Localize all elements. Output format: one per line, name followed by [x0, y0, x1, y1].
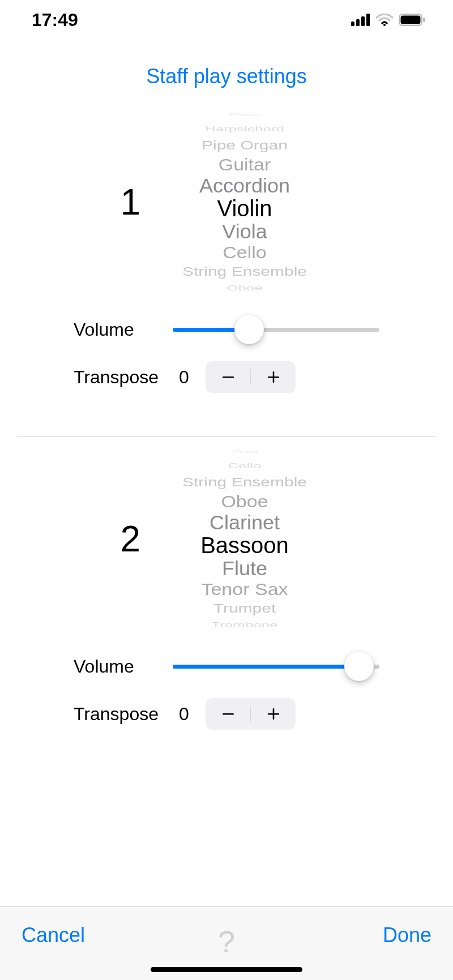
svg-rect-3 [366, 14, 370, 26]
transpose-row-2: Transpose 0 [74, 697, 379, 731]
cancel-button[interactable]: Cancel [22, 923, 85, 947]
volume-label: Volume [74, 319, 173, 340]
svg-rect-2 [361, 16, 365, 26]
picker-item[interactable]: Cello [223, 243, 266, 261]
stepper-minus-button[interactable] [206, 698, 250, 730]
picker-item[interactable]: String Ensemble [182, 476, 307, 489]
picker-item[interactable]: Guitar [219, 156, 271, 173]
picker-track: Piano Harpsichord Pipe Organ Guitar Acco… [160, 108, 330, 296]
volume-slider-1[interactable] [173, 315, 379, 344]
picker-row-1: 1 Piano Harpsichord Pipe Organ Guitar Ac… [0, 109, 453, 296]
stepper-plus-button[interactable] [251, 698, 296, 730]
transpose-label: Transpose [74, 704, 173, 725]
transpose-stepper-2 [206, 698, 296, 730]
picker-track: Viola Cello String Ensemble Oboe Clarine… [160, 445, 330, 633]
staff-number: 2 [101, 518, 140, 560]
transpose-value: 0 [173, 704, 195, 725]
plus-icon [266, 369, 281, 385]
picker-item[interactable]: Tenor Sax [201, 580, 288, 598]
svg-rect-13 [272, 708, 274, 720]
status-bar: 17:49 [0, 0, 453, 40]
svg-rect-11 [223, 713, 234, 715]
slider-track-fill [173, 665, 359, 669]
staff-2-controls: Volume Transpose 0 [0, 649, 453, 731]
transpose-value: 0 [173, 367, 195, 388]
picker-item[interactable]: Viola [231, 450, 259, 453]
picker-item[interactable]: Clarinet [210, 512, 280, 533]
svg-rect-1 [356, 19, 360, 26]
transpose-stepper-1 [206, 361, 296, 393]
transpose-label: Transpose [74, 367, 173, 388]
minus-icon [220, 706, 236, 722]
cellular-icon [351, 14, 370, 26]
picker-item[interactable]: Viola [222, 221, 267, 242]
picker-item[interactable]: Trumpet [213, 602, 276, 615]
battery-icon [399, 14, 426, 26]
home-indicator[interactable] [151, 967, 302, 972]
instrument-picker-2[interactable]: Viola Cello String Ensemble Oboe Clarine… [160, 454, 330, 624]
picker-item[interactable]: Pipe Organ [202, 139, 288, 152]
staff-section-2: 2 Viola Cello String Ensemble Oboe Clari… [0, 436, 453, 773]
bottom-toolbar: Cancel ? Done [0, 906, 453, 980]
status-time: 17:49 [32, 10, 78, 31]
picker-item[interactable]: Trombone [211, 621, 278, 629]
svg-rect-10 [272, 371, 274, 383]
picker-item[interactable]: Oboe [226, 284, 263, 292]
slider-thumb[interactable] [234, 315, 264, 344]
picker-item-selected[interactable]: Violin [217, 196, 272, 221]
help-button[interactable]: ? [218, 924, 235, 959]
picker-item[interactable]: Oboe [221, 493, 268, 510]
minus-icon [220, 369, 236, 385]
svg-point-4 [383, 24, 386, 26]
picker-item[interactable]: Accordion [199, 176, 290, 196]
staff-number: 1 [101, 181, 140, 223]
wifi-icon [376, 14, 393, 26]
picker-item-selected[interactable]: Bassoon [200, 533, 289, 558]
svg-rect-0 [351, 22, 354, 26]
status-right [351, 14, 426, 26]
stepper-minus-button[interactable] [206, 361, 250, 393]
picker-item[interactable]: Piano [229, 113, 260, 117]
plus-icon [266, 706, 281, 722]
picker-row-2: 2 Viola Cello String Ensemble Oboe Clari… [0, 446, 453, 632]
page-title[interactable]: Staff play settings [146, 65, 307, 88]
transpose-row-1: Transpose 0 [74, 360, 379, 394]
slider-thumb[interactable] [344, 652, 374, 681]
svg-rect-7 [423, 18, 425, 22]
instrument-picker-1[interactable]: Piano Harpsichord Pipe Organ Guitar Acco… [160, 117, 330, 287]
svg-rect-6 [401, 16, 421, 24]
stepper-plus-button[interactable] [251, 361, 296, 393]
volume-row-1: Volume [74, 313, 379, 346]
title-row: Staff play settings [0, 40, 453, 100]
picker-item[interactable]: Flute [222, 558, 267, 579]
done-button[interactable]: Done [383, 923, 431, 947]
staff-section-1: 1 Piano Harpsichord Pipe Organ Guitar Ac… [0, 100, 453, 436]
picker-item[interactable]: Cello [228, 462, 261, 470]
volume-slider-2[interactable] [173, 652, 379, 681]
picker-item[interactable]: String Ensemble [182, 265, 307, 278]
svg-rect-8 [223, 376, 234, 378]
volume-label: Volume [74, 656, 173, 677]
picker-item[interactable]: Harpsichord [205, 125, 284, 133]
volume-row-2: Volume [74, 649, 379, 683]
staff-1-controls: Volume Transpose 0 [0, 313, 453, 394]
